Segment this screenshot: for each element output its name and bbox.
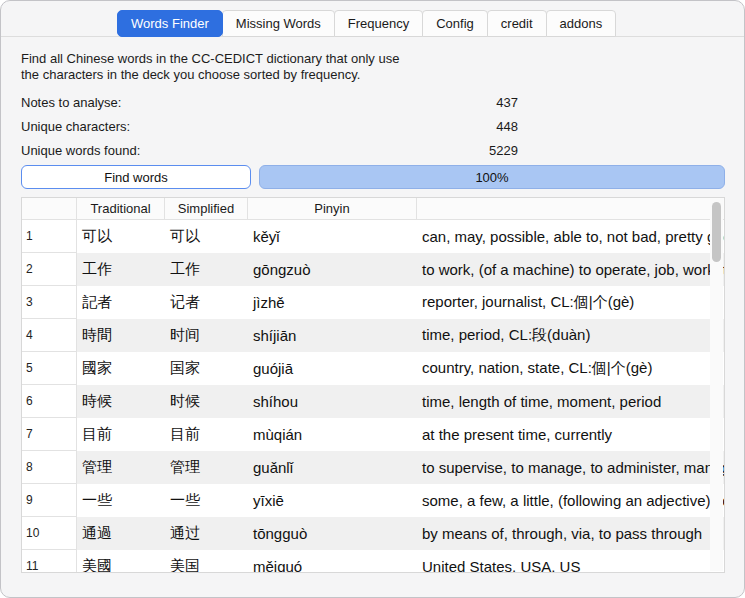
- table-body: 1 可以 可以 kěyǐ can, may, possible, able to…: [22, 220, 724, 573]
- tab-credit[interactable]: credit: [487, 10, 547, 37]
- tab-words-finder[interactable]: Words Finder: [117, 10, 223, 37]
- cell-simplified: 时间: [165, 319, 248, 352]
- cell-traditional: 管理: [77, 451, 165, 484]
- cell-simplified: 美国: [165, 550, 248, 573]
- description-line2: the characters in the deck you choose so…: [21, 67, 399, 83]
- table-row[interactable]: 10 通過 通过 tōngguò by means of, through, v…: [22, 517, 724, 550]
- header-definition[interactable]: [417, 198, 724, 219]
- cell-pinyin: guǎnlǐ: [248, 451, 417, 484]
- table-row[interactable]: 6 時候 时候 shíhou time, length of time, mom…: [22, 385, 724, 418]
- cell-row-num: 6: [22, 385, 77, 418]
- stat-row: Unique words found: 5229: [21, 139, 521, 163]
- cell-traditional: 通過: [77, 517, 165, 550]
- tab-label: addons: [560, 16, 603, 31]
- tab-label: credit: [501, 16, 533, 31]
- cell-row-num: 4: [22, 319, 77, 352]
- tab-bar: Words Finder Missing Words Frequency Con…: [117, 10, 616, 37]
- table-row[interactable]: 5 國家 国家 guójiā country, nation, state, C…: [22, 352, 724, 385]
- table-row[interactable]: 4 時間 时间 shíjiān time, period, CL:段(duàn): [22, 319, 724, 352]
- cell-row-num: 2: [22, 253, 77, 286]
- table-scrollbar[interactable]: [710, 199, 723, 571]
- cell-definition: time, period, CL:段(duàn): [417, 319, 724, 352]
- app-window: Words Finder Missing Words Frequency Con…: [0, 0, 745, 598]
- cell-simplified: 通过: [165, 517, 248, 550]
- cell-simplified: 工作: [165, 253, 248, 286]
- stat-value: 448: [418, 119, 518, 134]
- header-traditional[interactable]: Traditional: [77, 198, 165, 219]
- cell-traditional: 國家: [77, 352, 165, 385]
- cell-traditional: 目前: [77, 418, 165, 451]
- progress-value: 100%: [475, 170, 508, 185]
- cell-row-num: 7: [22, 418, 77, 451]
- cell-simplified: 目前: [165, 418, 248, 451]
- cell-definition: by means of, through, via, to pass throu…: [417, 517, 724, 550]
- stat-label: Unique words found:: [21, 143, 140, 158]
- cell-pinyin: jìzhě: [248, 286, 417, 319]
- table-row[interactable]: 3 記者 记者 jìzhě reporter, journalist, CL:個…: [22, 286, 724, 319]
- header-pinyin[interactable]: Pinyin: [248, 198, 417, 219]
- cell-pinyin: shíjiān: [248, 319, 417, 352]
- words-table: Traditional Simplified Pinyin 1 可以 可以 kě…: [21, 197, 725, 573]
- tab-addons[interactable]: addons: [546, 10, 617, 37]
- cell-traditional: 時候: [77, 385, 165, 418]
- cell-simplified: 可以: [165, 220, 248, 253]
- cell-row-num: 11: [22, 550, 77, 573]
- tab-missing-words[interactable]: Missing Words: [222, 10, 335, 37]
- stat-label: Notes to analyse:: [21, 95, 121, 110]
- cell-definition: can, may, possible, able to, not bad, pr…: [417, 220, 724, 253]
- cell-simplified: 记者: [165, 286, 248, 319]
- table-row[interactable]: 11 美國 美国 měiguó United States, USA, US: [22, 550, 724, 573]
- cell-pinyin: mùqián: [248, 418, 417, 451]
- cell-pinyin: guójiā: [248, 352, 417, 385]
- cell-definition: country, nation, state, CL:個|个(gè): [417, 352, 724, 385]
- tab-config[interactable]: Config: [422, 10, 488, 37]
- table-row[interactable]: 9 一些 一些 yīxiē some, a few, a little, (fo…: [22, 484, 724, 517]
- cell-simplified: 管理: [165, 451, 248, 484]
- cell-traditional: 美國: [77, 550, 165, 573]
- cell-pinyin: tōngguò: [248, 517, 417, 550]
- tab-label: Frequency: [348, 16, 409, 31]
- cell-pinyin: kěyǐ: [248, 220, 417, 253]
- description: Find all Chinese words in the CC-CEDICT …: [21, 51, 399, 83]
- cell-traditional: 時間: [77, 319, 165, 352]
- cell-traditional: 記者: [77, 286, 165, 319]
- scrollbar-thumb[interactable]: [712, 202, 721, 262]
- table-row[interactable]: 1 可以 可以 kěyǐ can, may, possible, able to…: [22, 220, 724, 253]
- find-words-button[interactable]: Find words: [21, 165, 251, 189]
- stat-row: Unique characters: 448: [21, 115, 521, 139]
- table-header: Traditional Simplified Pinyin: [22, 198, 724, 220]
- header-simplified[interactable]: Simplified: [165, 198, 248, 219]
- cell-definition: to supervise, to manage, to administer, …: [417, 451, 724, 484]
- cell-simplified: 国家: [165, 352, 248, 385]
- cell-row-num: 8: [22, 451, 77, 484]
- cell-traditional: 一些: [77, 484, 165, 517]
- cell-definition: time, length of time, moment, period: [417, 385, 724, 418]
- cell-row-num: 10: [22, 517, 77, 550]
- stat-value: 437: [418, 95, 518, 110]
- tab-label: Words Finder: [131, 16, 209, 31]
- cell-pinyin: měiguó: [248, 550, 417, 573]
- cell-simplified: 时候: [165, 385, 248, 418]
- cell-definition: reporter, journalist, CL:個|个(gè): [417, 286, 724, 319]
- tab-label: Config: [436, 16, 474, 31]
- cell-simplified: 一些: [165, 484, 248, 517]
- cell-pinyin: shíhou: [248, 385, 417, 418]
- cell-definition: some, a few, a little, (following an adj…: [417, 484, 724, 517]
- cell-row-num: 3: [22, 286, 77, 319]
- stats-list: Notes to analyse: 437 Unique characters:…: [21, 91, 521, 163]
- progress-bar: 100%: [259, 165, 725, 189]
- cell-definition: at the present time, currently: [417, 418, 724, 451]
- table-row[interactable]: 2 工作 工作 gōngzuò to work, (of a machine) …: [22, 253, 724, 286]
- stat-row: Notes to analyse: 437: [21, 91, 521, 115]
- tab-frequency[interactable]: Frequency: [334, 10, 423, 37]
- stat-value: 5229: [418, 143, 518, 158]
- cell-pinyin: gōngzuò: [248, 253, 417, 286]
- tab-label: Missing Words: [236, 16, 321, 31]
- cell-row-num: 5: [22, 352, 77, 385]
- description-line1: Find all Chinese words in the CC-CEDICT …: [21, 51, 399, 67]
- table-row[interactable]: 8 管理 管理 guǎnlǐ to supervise, to manage, …: [22, 451, 724, 484]
- cell-row-num: 1: [22, 220, 77, 253]
- cell-traditional: 工作: [77, 253, 165, 286]
- cell-definition: to work, (of a machine) to operate, job,…: [417, 253, 724, 286]
- table-row[interactable]: 7 目前 目前 mùqián at the present time, curr…: [22, 418, 724, 451]
